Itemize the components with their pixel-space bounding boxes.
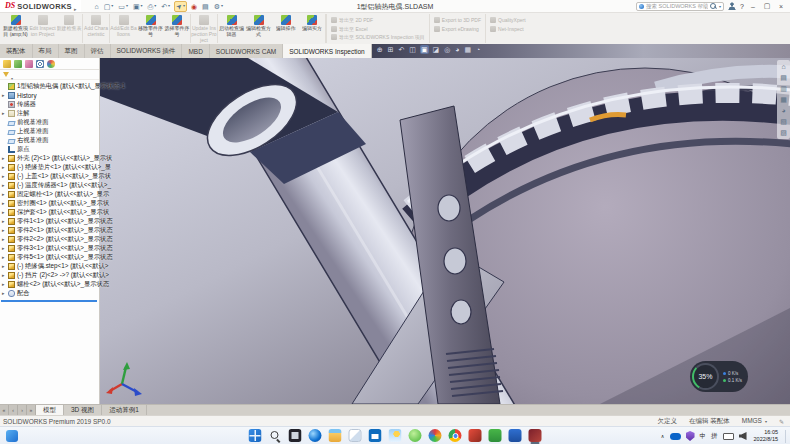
word-icon[interactable] [509, 429, 522, 442]
tree-item[interactable]: 零件3<1> (默认<<默认>_显示状态 [0, 244, 99, 253]
close-button[interactable]: × [776, 3, 786, 10]
solidworks-logo[interactable]: DS SOLIDWORKS [0, 0, 81, 12]
tree-item[interactable]: 保护套<1> (默认<<默认>_显示状 [0, 208, 99, 217]
ribbon-tab[interactable]: 装配体 [0, 44, 33, 58]
rebuild-icon[interactable]: ◉ [190, 2, 198, 11]
ribbon-tab[interactable]: MBD [182, 44, 209, 58]
ribbon-button[interactable]: Add Characteristic [83, 14, 110, 43]
browser-360-icon[interactable] [409, 429, 422, 442]
tree-item[interactable]: 螺栓<2> (默认<<默认>_显示状态 [0, 280, 99, 289]
displaymanager-tab-icon[interactable] [47, 60, 55, 68]
ribbon-tab[interactable]: 草图 [59, 44, 85, 58]
login-user-icon[interactable] [728, 2, 736, 10]
select-icon[interactable]: ➤ [174, 1, 187, 12]
ribbon-button[interactable]: 选择零件序号 [164, 14, 191, 43]
tree-item[interactable]: 密封圈<1> (默认<<默认>_显示状 [0, 199, 99, 208]
toolbox-icon[interactable]: ▦ [780, 96, 787, 103]
edit-appearance-icon[interactable]: ◕ [454, 45, 460, 54]
hidden-icons-chevron[interactable]: ∧ [661, 434, 665, 439]
help-button[interactable]: ? [740, 3, 744, 10]
configurationmanager-tab-icon[interactable] [25, 60, 33, 68]
edge-icon[interactable] [309, 429, 322, 442]
custom-properties-icon[interactable]: ▧ [780, 118, 787, 125]
security-shield-icon[interactable] [686, 431, 695, 441]
chrome-icon[interactable] [449, 429, 462, 442]
tree-item[interactable]: (-) 挡片 (2)<2> ->? (默认<<默认> [0, 271, 99, 280]
tree-item[interactable]: (-) 温度传感器<1> (默认<<默认>_ [0, 181, 99, 190]
zoom-area-icon[interactable]: ⊞ [387, 45, 395, 54]
ribbon-button[interactable]: 移除零件序号 [137, 14, 164, 43]
tree-item[interactable]: 前视基准面 [0, 118, 99, 127]
new-document-icon[interactable]: ▢ [103, 2, 115, 11]
view-settings-icon[interactable]: ◔ [475, 45, 481, 54]
display-style-icon[interactable]: ◪ [432, 45, 441, 54]
ribbon-tab[interactable]: SOLIDWORKS 插件 [111, 44, 183, 58]
previous-view-icon[interactable]: ↶ [397, 45, 405, 54]
pack-and-go-icon[interactable]: ▨ [780, 129, 787, 136]
touch-keyboard-icon[interactable] [723, 433, 734, 440]
model-tab[interactable]: 模型 [36, 405, 64, 415]
model-tab[interactable]: 运动算例1 [102, 405, 147, 415]
tree-item[interactable]: 零件5<1> (默认<<默认>_显示状态 [0, 253, 99, 262]
mail-icon[interactable] [349, 429, 362, 442]
units-dropdown-caret[interactable]: ▾ [765, 419, 767, 424]
export-button[interactable]: QualityXpert [490, 16, 526, 24]
tree-item[interactable]: 原点 [0, 145, 99, 154]
help-search-input[interactable]: 搜索 SOLIDWORKS 帮助 ▾ [636, 2, 724, 11]
ribbon-button[interactable]: Add/Edit Balloons [110, 14, 137, 43]
propertymanager-tab-icon[interactable] [14, 60, 22, 68]
tab-scroll-button[interactable]: « [0, 405, 9, 415]
filter-caret-icon[interactable] [11, 66, 13, 84]
tab-scroll-button[interactable]: › [18, 405, 27, 415]
maximize-button[interactable]: ▢ [762, 2, 772, 10]
tree-item[interactable]: (-) 上盖<1> (默认<<默认>_显示状 [0, 172, 99, 181]
widgets-icon[interactable] [6, 430, 18, 442]
dimxpertmanager-tab-icon[interactable] [36, 60, 44, 68]
model-3d-view[interactable] [100, 58, 790, 404]
tree-item[interactable]: 1型铝轴热电偶 (默认<默认_显示状态-1 [0, 82, 99, 91]
tree-item[interactable]: 右视基准面 [0, 136, 99, 145]
tree-item[interactable]: (-) 绝缘偶.step<1> (默认<<默认> [0, 262, 99, 271]
file-explorer-icon[interactable]: ▥ [780, 85, 787, 92]
model-tab[interactable]: 3D 视图 [64, 405, 102, 415]
ribbon-button[interactable]: 编辑实方 [299, 14, 326, 43]
tree-item[interactable]: 零件2<1> (默认<<默认>_显示状态 [0, 226, 99, 235]
ribbon-button[interactable]: 编辑检查方式 [245, 14, 272, 43]
file-explorer-icon[interactable] [329, 429, 342, 442]
zoom-fit-icon[interactable]: ⊕ [376, 45, 384, 54]
search-caret-icon[interactable]: ▾ [719, 4, 721, 9]
tree-item[interactable]: 注解 [0, 109, 99, 118]
ribbon-button[interactable]: 新建检查表 [56, 14, 83, 43]
save-icon[interactable]: ▣ [132, 2, 144, 11]
print-icon[interactable]: ⎙ [147, 2, 158, 11]
start-icon[interactable] [249, 429, 262, 442]
view-orientation-icon[interactable]: ▣ [420, 45, 429, 54]
ribbon-button[interactable]: 新建检查项目 (amp;N) [2, 14, 29, 43]
tree-item[interactable]: 配合 [0, 289, 99, 298]
tree-item[interactable]: 上视基准面 [0, 127, 99, 136]
volume-icon[interactable] [739, 432, 747, 440]
home-icon[interactable]: ⌂ [781, 63, 785, 70]
ribbon-tab[interactable]: 评估 [85, 44, 111, 58]
search-icon[interactable] [269, 429, 282, 442]
undo-icon[interactable]: ↶ [160, 2, 171, 11]
ribbon-button[interactable]: 编辑操作 [272, 14, 299, 43]
performance-overlay[interactable]: 35% 0 K/s 0.1 K/s [690, 361, 748, 392]
export-button[interactable]: 导出至 2D PDF [331, 16, 425, 24]
options-icon[interactable]: ⚙ [213, 2, 224, 11]
open-icon[interactable]: ▭ [117, 2, 129, 11]
wps-icon[interactable] [489, 429, 502, 442]
tree-item[interactable]: 零件2<2> (默认<<默认>_显示状态 [0, 235, 99, 244]
tree-item[interactable]: 外壳 (2)<1> (默认<<默认>_显示状 [0, 154, 99, 163]
export-button[interactable]: Export to 3D PDF [434, 16, 481, 24]
appearances-icon[interactable]: ◕ [781, 107, 785, 114]
ime-language-indicator[interactable]: 中 [700, 433, 707, 440]
export-button[interactable]: Net-Inspect [490, 25, 526, 33]
tree-item[interactable]: 固定螺栓<1> (默认<<默认>_显示 [0, 190, 99, 199]
system-clock[interactable]: 16:05 2022/8/15 [754, 429, 778, 443]
filter-icon[interactable] [3, 72, 9, 77]
show-desktop-button[interactable] [785, 430, 787, 443]
graphics-viewport[interactable]: ⌂▤▥▦◕▧▨ 35% 0 K/s 0.1 K/s [100, 58, 790, 404]
scene-icon[interactable]: ▦ [463, 45, 472, 54]
search-icon[interactable] [710, 3, 717, 10]
